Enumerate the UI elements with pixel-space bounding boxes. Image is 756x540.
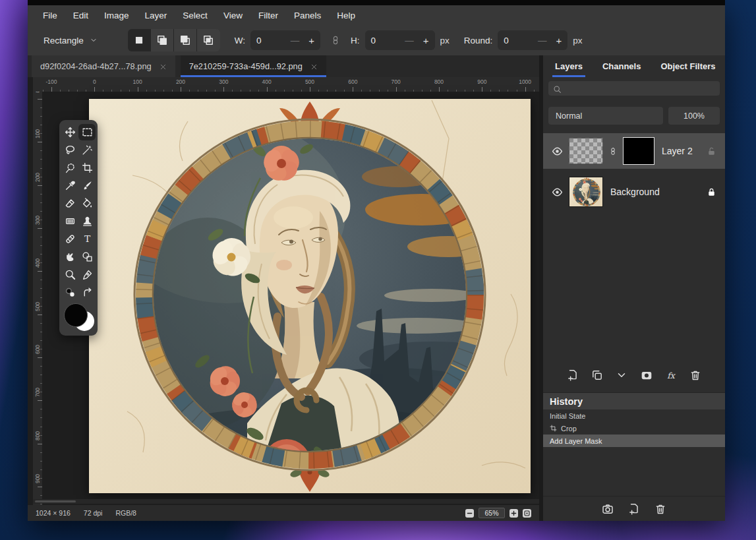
heal-tool[interactable] [61, 231, 78, 247]
delete-layer-icon[interactable] [689, 369, 701, 381]
link-dimensions-icon[interactable] [331, 35, 340, 45]
subtract-icon[interactable] [174, 29, 197, 51]
zoom-level[interactable]: 65% [479, 508, 505, 518]
zoom-out-button[interactable] [465, 509, 474, 518]
scrollbar-thumb[interactable] [34, 500, 76, 503]
snapshot-icon[interactable] [602, 503, 614, 515]
document-tab-2[interactable]: 7e210259-733a-459d...92.png [181, 55, 326, 77]
default-colors-tool[interactable] [61, 284, 78, 301]
blend-mode-select[interactable]: Normal [548, 107, 663, 125]
search-input[interactable] [566, 84, 715, 93]
mask-link-icon[interactable] [609, 146, 617, 157]
menu-select[interactable]: Select [175, 8, 215, 23]
foreground-color-swatch[interactable] [64, 303, 88, 327]
ruler-minor-tick [422, 90, 422, 92]
height-decrement[interactable]: — [405, 36, 423, 45]
document-canvas[interactable] [89, 99, 531, 493]
layer-row-layer2[interactable]: Layer 2 [543, 133, 725, 169]
round-input[interactable]: 0 — + [498, 30, 567, 50]
new-from-state-icon[interactable] [628, 503, 640, 515]
opacity-select[interactable]: 100% [668, 107, 720, 125]
marquee-tool[interactable] [78, 124, 96, 140]
ruler-major-tick [94, 87, 95, 92]
layer-name[interactable]: Background [610, 187, 660, 197]
swap-colors-tool[interactable] [78, 284, 96, 301]
ruler-minor-tick [40, 417, 43, 418]
menu-file[interactable]: File [36, 8, 65, 23]
new-shape-icon[interactable] [128, 29, 151, 51]
ruler-minor-tick [40, 366, 43, 367]
ruler-minor-tick [40, 323, 43, 324]
duplicate-layer-icon[interactable] [591, 369, 603, 381]
menu-help[interactable]: Help [330, 8, 363, 23]
menu-view[interactable]: View [216, 8, 250, 23]
shape-tool-selector[interactable]: Rectangle [44, 36, 98, 45]
history-item-add-layer-mask[interactable]: Add Layer Mask [543, 435, 725, 447]
panel-tab-channels[interactable]: Channels [602, 55, 641, 77]
zoom-tool-tool[interactable] [61, 266, 78, 283]
intersect-icon[interactable] [197, 29, 220, 51]
fill-tool[interactable] [78, 195, 96, 212]
width-increment[interactable]: + [308, 35, 314, 46]
union-icon[interactable] [151, 29, 174, 51]
lock-open-icon[interactable] [707, 146, 716, 156]
ruler-minor-tick [473, 90, 474, 92]
lasso-tool[interactable] [61, 142, 78, 158]
shape-tool[interactable] [78, 249, 96, 265]
brush-tool[interactable] [78, 177, 96, 194]
history-item-initial-state[interactable]: Initial State [543, 409, 725, 422]
chevron-down-icon[interactable] [616, 369, 627, 381]
ruler-minor-tick [40, 495, 43, 496]
history-item-crop[interactable]: Crop [543, 422, 725, 435]
layer-thumbnail-transparent[interactable] [569, 138, 603, 164]
layer-mask-thumbnail[interactable] [623, 137, 654, 165]
ruler-major-tick [353, 87, 353, 92]
menu-filter[interactable]: Filter [251, 8, 285, 23]
ruler-label: 500 [34, 295, 41, 318]
ruler-minor-tick [40, 375, 43, 375]
visibility-eye-icon[interactable] [552, 187, 563, 198]
eyedropper-tool[interactable] [61, 177, 78, 194]
panel-tab-object-filters[interactable]: Object Filters [660, 55, 715, 77]
menu-edit[interactable]: Edit [66, 8, 96, 23]
crop-tool[interactable] [78, 160, 96, 176]
menu-layer[interactable]: Layer [138, 8, 175, 23]
close-icon[interactable] [310, 63, 318, 70]
height-input[interactable]: 0 — + [365, 30, 435, 50]
layer-thumbnail-artwork[interactable] [569, 177, 603, 207]
round-increment[interactable]: + [556, 35, 562, 46]
magic-wand-tool[interactable] [78, 142, 96, 158]
menu-panels[interactable]: Panels [287, 8, 328, 23]
horizontal-scrollbar[interactable] [33, 499, 539, 504]
visibility-eye-icon[interactable] [552, 146, 563, 157]
width-input[interactable]: 0 — + [250, 30, 320, 50]
add-layer-icon[interactable] [567, 369, 579, 381]
width-decrement[interactable]: — [291, 36, 309, 45]
pen-tool[interactable] [78, 266, 96, 283]
type-tool[interactable]: T [78, 231, 96, 247]
close-icon[interactable] [160, 63, 167, 70]
zoom-in-button[interactable] [509, 509, 518, 518]
delete-history-icon[interactable] [654, 503, 666, 515]
effects-icon[interactable]: fx [665, 369, 677, 381]
menu-image[interactable]: Image [97, 8, 136, 23]
layer-search[interactable] [548, 81, 720, 96]
add-mask-icon[interactable] [641, 369, 653, 381]
height-increment[interactable]: + [423, 35, 429, 46]
clone-stamp-tool[interactable] [78, 213, 96, 229]
ruler-label: 0 [83, 78, 105, 85]
round-decrement[interactable]: — [538, 36, 556, 45]
round-field: Round: 0 — + px [464, 30, 583, 50]
move-tool[interactable] [61, 124, 78, 140]
document-tab-1[interactable]: d92f0204-26ad-4b27...78.png [32, 55, 175, 77]
panel-tab-layers[interactable]: Layers [555, 55, 583, 77]
smudge-tool[interactable] [61, 249, 78, 265]
layer-row-background[interactable]: Background [543, 174, 725, 210]
eraser-tool[interactable] [61, 195, 78, 212]
quick-select-tool[interactable] [61, 160, 78, 176]
lock-icon[interactable] [707, 187, 716, 197]
fit-screen-button[interactable] [523, 509, 531, 518]
layer-name[interactable]: Layer 2 [662, 146, 693, 156]
pattern-tool[interactable] [61, 213, 78, 229]
statusbar: 1024 × 916 72 dpi RGB/8 65% [28, 505, 539, 521]
